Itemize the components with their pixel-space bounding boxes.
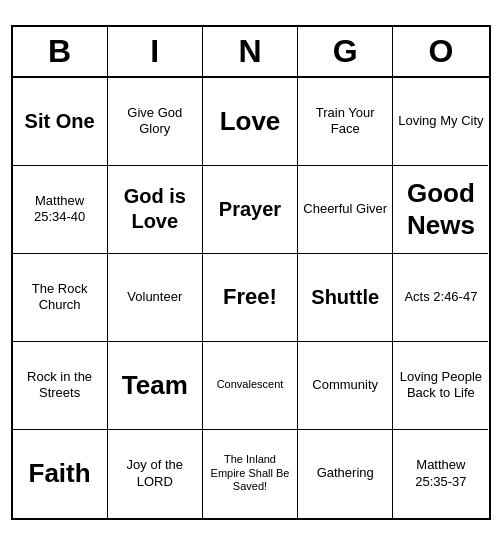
bingo-cell: Free!: [203, 254, 298, 342]
bingo-cell: Love: [203, 78, 298, 166]
header-letter: N: [203, 27, 298, 76]
bingo-cell: Sit One: [13, 78, 108, 166]
bingo-cell: Cheerful Giver: [298, 166, 393, 254]
bingo-cell: Rock in the Streets: [13, 342, 108, 430]
bingo-cell: Matthew 25:34-40: [13, 166, 108, 254]
bingo-cell: Matthew 25:35-37: [393, 430, 488, 518]
header-letter: O: [393, 27, 488, 76]
bingo-cell: Joy of the LORD: [108, 430, 203, 518]
bingo-cell: Prayer: [203, 166, 298, 254]
bingo-cell: Good News: [393, 166, 488, 254]
bingo-header: BINGO: [13, 27, 489, 78]
bingo-cell: Convalescent: [203, 342, 298, 430]
bingo-cell: Give God Glory: [108, 78, 203, 166]
bingo-cell: Loving People Back to Life: [393, 342, 488, 430]
bingo-cell: The Rock Church: [13, 254, 108, 342]
bingo-cell: The Inland Empire Shall Be Saved!: [203, 430, 298, 518]
bingo-card: BINGO Sit OneGive God GloryLoveTrain You…: [11, 25, 491, 520]
header-letter: B: [13, 27, 108, 76]
bingo-cell: Gathering: [298, 430, 393, 518]
bingo-cell: Shuttle: [298, 254, 393, 342]
bingo-cell: Team: [108, 342, 203, 430]
header-letter: G: [298, 27, 393, 76]
bingo-cell: God is Love: [108, 166, 203, 254]
bingo-cell: Volunteer: [108, 254, 203, 342]
bingo-cell: Acts 2:46-47: [393, 254, 488, 342]
bingo-cell: Community: [298, 342, 393, 430]
bingo-cell: Loving My City: [393, 78, 488, 166]
bingo-cell: Faith: [13, 430, 108, 518]
bingo-cell: Train Your Face: [298, 78, 393, 166]
bingo-grid: Sit OneGive God GloryLoveTrain Your Face…: [13, 78, 489, 518]
header-letter: I: [108, 27, 203, 76]
